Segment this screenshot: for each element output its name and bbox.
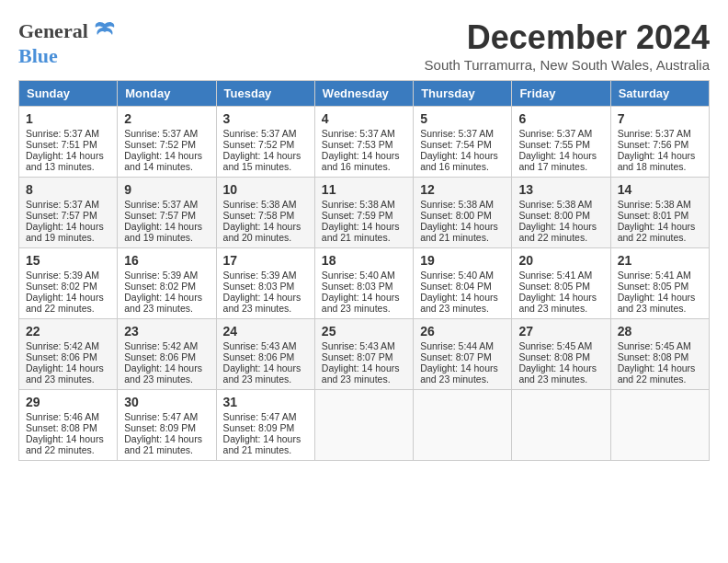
weekday-header-saturday: Saturday — [610, 81, 709, 107]
daylight-text: Daylight: 14 hours and 23 minutes. — [322, 292, 400, 314]
weekday-header-tuesday: Tuesday — [216, 81, 314, 107]
calendar-cell: 7Sunrise: 5:37 AMSunset: 7:56 PMDaylight… — [610, 107, 709, 178]
calendar-cell: 10Sunrise: 5:38 AMSunset: 7:58 PMDayligh… — [216, 178, 314, 248]
day-number: 12 — [420, 182, 505, 197]
sunrise-text: Sunrise: 5:46 AM — [26, 411, 99, 422]
sunrise-text: Sunrise: 5:38 AM — [223, 199, 297, 210]
sunset-text: Sunset: 7:54 PM — [420, 139, 492, 150]
calendar-cell: 6Sunrise: 5:37 AMSunset: 7:55 PMDaylight… — [512, 107, 610, 178]
day-number: 11 — [322, 182, 406, 197]
sunset-text: Sunset: 7:57 PM — [26, 210, 97, 221]
sunset-text: Sunset: 8:03 PM — [322, 281, 393, 292]
day-number: 2 — [124, 111, 209, 126]
sunset-text: Sunset: 8:07 PM — [420, 351, 492, 362]
calendar-cell: 24Sunrise: 5:43 AMSunset: 8:06 PMDayligh… — [216, 319, 314, 390]
sunrise-text: Sunrise: 5:38 AM — [518, 199, 592, 210]
day-number: 29 — [26, 395, 110, 409]
sunset-text: Sunset: 7:52 PM — [223, 139, 295, 150]
calendar-cell: 26Sunrise: 5:44 AMSunset: 8:07 PMDayligh… — [414, 319, 512, 390]
sunrise-text: Sunrise: 5:38 AM — [420, 199, 494, 210]
logo-blue-text: Blue — [18, 44, 58, 68]
sunrise-text: Sunrise: 5:43 AM — [322, 340, 395, 351]
daylight-text: Daylight: 14 hours and 19 minutes. — [124, 221, 202, 243]
sunset-text: Sunset: 8:06 PM — [26, 351, 97, 362]
calendar-cell: 4Sunrise: 5:37 AMSunset: 7:53 PMDaylight… — [314, 107, 413, 178]
day-number: 6 — [518, 111, 603, 126]
day-number: 9 — [124, 182, 209, 197]
sunset-text: Sunset: 8:09 PM — [124, 422, 196, 433]
day-number: 23 — [124, 324, 209, 339]
daylight-text: Daylight: 14 hours and 23 minutes. — [223, 362, 301, 385]
calendar-cell: 21Sunrise: 5:41 AMSunset: 8:05 PMDayligh… — [610, 248, 709, 319]
day-number: 28 — [618, 324, 702, 339]
sunrise-text: Sunrise: 5:37 AM — [124, 199, 198, 210]
sunrise-text: Sunrise: 5:37 AM — [420, 128, 494, 139]
sunrise-text: Sunrise: 5:37 AM — [618, 128, 691, 139]
day-number: 7 — [618, 111, 702, 126]
calendar-cell — [512, 390, 610, 461]
calendar-cell: 13Sunrise: 5:38 AMSunset: 8:00 PMDayligh… — [512, 178, 610, 248]
calendar-cell: 2Sunrise: 5:37 AMSunset: 7:52 PMDaylight… — [118, 107, 216, 178]
calendar-cell: 16Sunrise: 5:39 AMSunset: 8:02 PMDayligh… — [118, 248, 216, 319]
logo-bird-icon — [92, 18, 118, 44]
day-number: 5 — [420, 111, 505, 126]
calendar-cell: 27Sunrise: 5:45 AMSunset: 8:08 PMDayligh… — [512, 319, 610, 390]
logo-general-text: General — [18, 19, 88, 43]
sunrise-text: Sunrise: 5:41 AM — [618, 270, 691, 281]
sunset-text: Sunset: 8:09 PM — [223, 422, 295, 433]
calendar-week-row: 22Sunrise: 5:42 AMSunset: 8:06 PMDayligh… — [19, 319, 710, 390]
sunrise-text: Sunrise: 5:37 AM — [124, 128, 198, 139]
calendar-cell — [314, 390, 413, 461]
daylight-text: Daylight: 14 hours and 22 minutes. — [618, 221, 696, 243]
sunrise-text: Sunrise: 5:42 AM — [124, 340, 198, 351]
calendar-cell: 3Sunrise: 5:37 AMSunset: 7:52 PMDaylight… — [216, 107, 314, 178]
calendar-cell: 23Sunrise: 5:42 AMSunset: 8:06 PMDayligh… — [118, 319, 216, 390]
calendar-cell: 18Sunrise: 5:40 AMSunset: 8:03 PMDayligh… — [314, 248, 413, 319]
day-number: 25 — [322, 324, 406, 339]
day-number: 1 — [26, 111, 110, 126]
daylight-text: Daylight: 14 hours and 23 minutes. — [420, 292, 498, 314]
sunset-text: Sunset: 7:57 PM — [124, 210, 196, 221]
daylight-text: Daylight: 14 hours and 21 minutes. — [124, 433, 202, 455]
daylight-text: Daylight: 14 hours and 15 minutes. — [223, 150, 301, 172]
calendar-cell: 1Sunrise: 5:37 AMSunset: 7:51 PMDaylight… — [19, 107, 118, 178]
weekday-header-friday: Friday — [512, 81, 610, 107]
sunset-text: Sunset: 8:06 PM — [223, 351, 295, 362]
daylight-text: Daylight: 14 hours and 23 minutes. — [518, 292, 597, 314]
sunrise-text: Sunrise: 5:39 AM — [124, 270, 198, 281]
calendar-cell: 25Sunrise: 5:43 AMSunset: 8:07 PMDayligh… — [314, 319, 413, 390]
sunset-text: Sunset: 7:59 PM — [322, 210, 393, 221]
calendar-week-row: 8Sunrise: 5:37 AMSunset: 7:57 PMDaylight… — [19, 178, 710, 248]
day-number: 21 — [618, 253, 702, 268]
sunrise-text: Sunrise: 5:37 AM — [518, 128, 592, 139]
daylight-text: Daylight: 14 hours and 18 minutes. — [618, 150, 696, 172]
sunrise-text: Sunrise: 5:39 AM — [223, 270, 297, 281]
calendar-cell: 31Sunrise: 5:47 AMSunset: 8:09 PMDayligh… — [216, 390, 314, 461]
daylight-text: Daylight: 14 hours and 23 minutes. — [124, 292, 202, 314]
calendar-cell: 12Sunrise: 5:38 AMSunset: 8:00 PMDayligh… — [414, 178, 512, 248]
sunrise-text: Sunrise: 5:45 AM — [618, 340, 691, 351]
sunset-text: Sunset: 7:56 PM — [618, 139, 689, 150]
sunset-text: Sunset: 8:06 PM — [124, 351, 196, 362]
daylight-text: Daylight: 14 hours and 20 minutes. — [223, 221, 301, 243]
title-area: December 2024 South Turramurra, New Sout… — [425, 18, 710, 73]
calendar-cell: 17Sunrise: 5:39 AMSunset: 8:03 PMDayligh… — [216, 248, 314, 319]
daylight-text: Daylight: 14 hours and 23 minutes. — [618, 292, 696, 314]
sunrise-text: Sunrise: 5:37 AM — [322, 128, 395, 139]
sunrise-text: Sunrise: 5:44 AM — [420, 340, 494, 351]
calendar-cell: 29Sunrise: 5:46 AMSunset: 8:08 PMDayligh… — [19, 390, 118, 461]
daylight-text: Daylight: 14 hours and 21 minutes. — [322, 221, 400, 243]
daylight-text: Daylight: 14 hours and 22 minutes. — [26, 292, 104, 314]
sunset-text: Sunset: 8:04 PM — [420, 281, 492, 292]
sunset-text: Sunset: 8:01 PM — [618, 210, 689, 221]
calendar-cell — [414, 390, 512, 461]
weekday-header-sunday: Sunday — [19, 81, 118, 107]
sunrise-text: Sunrise: 5:45 AM — [518, 340, 592, 351]
daylight-text: Daylight: 14 hours and 14 minutes. — [124, 150, 202, 172]
calendar-week-row: 15Sunrise: 5:39 AMSunset: 8:02 PMDayligh… — [19, 248, 710, 319]
day-number: 20 — [518, 253, 603, 268]
calendar-week-row: 1Sunrise: 5:37 AMSunset: 7:51 PMDaylight… — [19, 107, 710, 178]
day-number: 19 — [420, 253, 505, 268]
day-number: 8 — [26, 182, 110, 197]
sunrise-text: Sunrise: 5:40 AM — [420, 270, 494, 281]
